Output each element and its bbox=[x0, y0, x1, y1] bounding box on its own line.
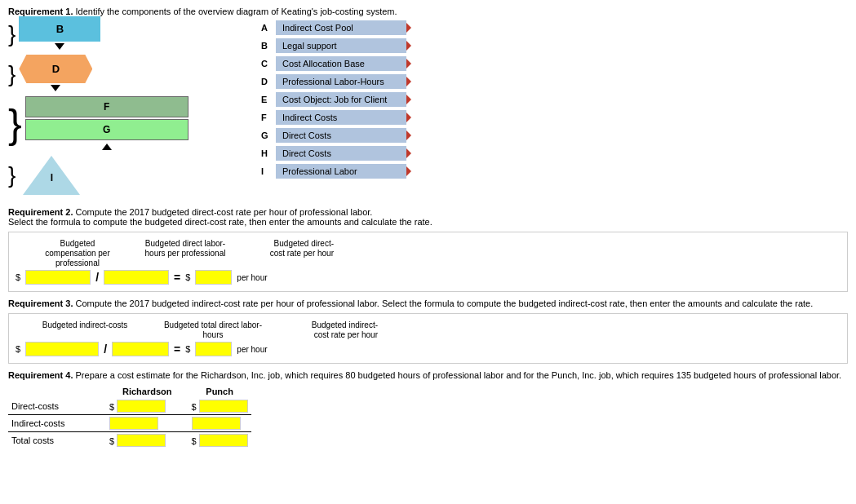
req1-title-rest: Identify the components of the overview … bbox=[73, 7, 397, 16]
req4-title: Requirement 4. Prepare a cost estimate f… bbox=[8, 370, 848, 380]
req4-indirect-richardson bbox=[106, 415, 188, 432]
req3-input2[interactable] bbox=[112, 342, 169, 356]
req2-result-input[interactable] bbox=[195, 270, 232, 285]
label-box-E: Cost Object: Job for Client bbox=[276, 92, 406, 107]
label-row-D: D Professional Labor-Hours bbox=[261, 74, 406, 89]
label-row-C: C Cost Allocation Base bbox=[261, 56, 406, 71]
req2-equals: = bbox=[174, 271, 180, 284]
req3-div1: / bbox=[104, 343, 107, 356]
brace-E: } bbox=[8, 104, 22, 144]
req4-total-punch: $ bbox=[188, 432, 251, 449]
req3-input1[interactable] bbox=[25, 342, 99, 356]
diagram-section: } B } D } bbox=[8, 16, 848, 199]
req3-dollar1: $ bbox=[16, 344, 20, 354]
req3-label1: Budgeted indirect-costs bbox=[40, 321, 130, 330]
req4-direct-label: Direct-costs bbox=[8, 398, 106, 415]
req4-total-punch-input[interactable] bbox=[199, 434, 248, 447]
table-row-direct: Direct-costs $ $ bbox=[8, 398, 251, 415]
label-row-F: F Indirect Costs bbox=[261, 110, 406, 125]
label-row-A: A Indirect Cost Pool bbox=[261, 20, 406, 35]
brace-H: } bbox=[8, 164, 16, 187]
diagram-left: } B } D } bbox=[8, 16, 237, 199]
arrow-down-2 bbox=[51, 85, 60, 91]
triangle-I: I bbox=[23, 156, 80, 195]
req2-per-hour: per hour bbox=[237, 273, 267, 282]
req4-indirect-punch-input[interactable] bbox=[192, 417, 241, 430]
box-D: D bbox=[19, 55, 92, 83]
req4-total-rich-input[interactable] bbox=[117, 434, 166, 447]
req2-instruction: Select the formula to compute the budget… bbox=[8, 217, 848, 227]
table-row-total: Total costs $ $ bbox=[8, 432, 251, 449]
req1-title-bold: Requirement 1. bbox=[8, 7, 73, 16]
label-row-G: G Direct Costs bbox=[261, 128, 406, 143]
req4-header-label bbox=[8, 385, 106, 398]
req2-label1: Budgeted compensation per professional bbox=[37, 239, 118, 268]
req4-total-richardson: $ bbox=[106, 432, 188, 449]
req4-direct-rich-input[interactable] bbox=[117, 400, 166, 413]
triangle-label-I: I bbox=[51, 172, 53, 183]
req4-table: Richardson Punch Direct-costs $ $ Indire… bbox=[8, 385, 251, 449]
brace-A: } bbox=[8, 23, 16, 46]
label-row-H: H Direct Costs bbox=[261, 146, 406, 161]
req2-div1: / bbox=[95, 271, 99, 284]
req2-input2[interactable] bbox=[104, 270, 169, 285]
box-F: F bbox=[25, 96, 188, 117]
req4-header-richardson: Richardson bbox=[106, 385, 188, 398]
req3-title: Requirement 3. Compute the 2017 budgeted… bbox=[8, 298, 848, 308]
req4-header-punch: Punch bbox=[188, 385, 251, 398]
req1-section: Requirement 1. Identify the components o… bbox=[8, 7, 848, 199]
req4-indirect-label: Indirect-costs bbox=[8, 415, 106, 432]
req1-title: Requirement 1. Identify the components o… bbox=[8, 7, 848, 16]
box-B: B bbox=[19, 16, 100, 42]
label-box-F: Indirect Costs bbox=[276, 110, 406, 125]
req4-direct-punch: $ bbox=[188, 398, 251, 415]
req3-result-input[interactable] bbox=[195, 342, 232, 356]
req4-direct-richardson: $ bbox=[106, 398, 188, 415]
label-box-B: Legal support bbox=[276, 38, 406, 53]
label-row-B: B Legal support bbox=[261, 38, 406, 53]
req4-total-label: Total costs bbox=[8, 432, 106, 449]
label-box-H: Direct Costs bbox=[276, 146, 406, 161]
label-row-E: E Cost Object: Job for Client bbox=[261, 92, 406, 107]
label-row-I: I Professional Labor bbox=[261, 164, 406, 179]
req4-section: Requirement 4. Prepare a cost estimate f… bbox=[8, 370, 848, 449]
brace-C: } bbox=[8, 63, 16, 86]
label-box-A: Indirect Cost Pool bbox=[276, 20, 406, 35]
diagram-right: A Indirect Cost Pool B Legal support C C… bbox=[261, 20, 406, 199]
req2-formula: Budgeted compensation per professional B… bbox=[8, 232, 848, 292]
label-box-D: Professional Labor-Hours bbox=[276, 74, 406, 89]
req2-dollar2: $ bbox=[185, 272, 190, 282]
req3-equals: = bbox=[174, 343, 180, 356]
req4-indirect-punch bbox=[188, 415, 251, 432]
label-box-G: Direct Costs bbox=[276, 128, 406, 143]
req4-direct-punch-input[interactable] bbox=[199, 400, 248, 413]
arrow-up-1 bbox=[102, 144, 112, 150]
arrow-down-1 bbox=[55, 43, 64, 50]
req3-result-label: Budgeted indirect- cost rate per hour bbox=[296, 321, 378, 340]
req2-dollar1: $ bbox=[16, 272, 20, 282]
req2-input1[interactable] bbox=[25, 270, 91, 285]
req3-formula: Budgeted indirect-costs Budgeted total d… bbox=[8, 313, 848, 364]
table-row-indirect: Indirect-costs bbox=[8, 415, 251, 432]
req3-section: Requirement 3. Compute the 2017 budgeted… bbox=[8, 298, 848, 364]
req3-dollar2: $ bbox=[185, 344, 190, 354]
req4-indirect-rich-input[interactable] bbox=[109, 417, 158, 430]
req2-section: Requirement 2. Compute the 2017 budgeted… bbox=[8, 207, 848, 292]
label-box-C: Cost Allocation Base bbox=[276, 56, 406, 71]
req2-title: Requirement 2. Compute the 2017 budgeted… bbox=[8, 207, 848, 217]
box-G: G bbox=[25, 119, 188, 140]
req2-label2: Budgeted direct labor-hours per professi… bbox=[144, 239, 226, 259]
label-box-I: Professional Labor bbox=[276, 164, 406, 179]
req3-label2: Budgeted total direct labor-hours bbox=[156, 321, 270, 340]
req2-result-label: Budgeted direct- cost rate per hour bbox=[252, 239, 334, 259]
req3-per-hour: per hour bbox=[237, 345, 267, 354]
